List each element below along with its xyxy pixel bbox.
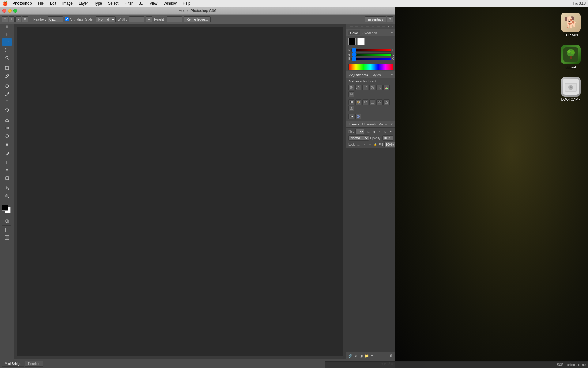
bootcamp-desktop-icon[interactable]: BOOTCAMP [560, 76, 582, 102]
link-layers-btn[interactable]: 🔗 [348, 354, 353, 358]
dodge-tool[interactable] [2, 140, 12, 148]
refine-edge-button[interactable]: Refine Edge... [184, 16, 211, 22]
menu-photoshop[interactable]: Photoshop [11, 1, 33, 6]
exposure-adj[interactable] [369, 85, 375, 90]
menu-type[interactable]: Type [93, 1, 103, 6]
tab-mini-bridge[interactable]: Mini Bridge [2, 361, 24, 367]
invert-adj[interactable] [376, 99, 383, 105]
gradient-map-adj[interactable] [348, 114, 354, 119]
crop-tool[interactable] [2, 64, 12, 72]
menu-edit[interactable]: Edit [49, 1, 58, 6]
brush-tool[interactable] [2, 90, 12, 98]
quick-mask-toggle[interactable] [2, 217, 12, 225]
eraser-tool[interactable] [2, 117, 12, 124]
menu-layer[interactable]: Layer [77, 1, 89, 6]
tab-styles[interactable]: Styles [371, 72, 382, 77]
black-white-adj[interactable] [348, 99, 354, 105]
smart-filter-btn[interactable]: ✦ [388, 129, 393, 134]
layers-panel-arrow[interactable]: ▼ [390, 123, 393, 126]
red-slider[interactable] [351, 49, 391, 52]
essentials-button[interactable]: Essentials [365, 16, 386, 22]
turban-desktop-icon[interactable]: 🐕 TURBAN [560, 11, 582, 38]
menu-image[interactable]: Image [61, 1, 74, 6]
opacity-input[interactable] [382, 135, 393, 141]
anti-alias-checkbox[interactable] [65, 17, 69, 21]
lasso-tool[interactable] [2, 46, 12, 54]
rectangular-marquee-tool[interactable]: ⬚ [2, 38, 12, 46]
canvas-area[interactable] [14, 24, 346, 359]
minimize-button[interactable] [8, 9, 12, 13]
tab-paths[interactable]: Paths [378, 122, 389, 127]
new-selection-btn[interactable]: □ [2, 16, 8, 22]
foreground-color[interactable] [348, 38, 356, 45]
tab-timeline[interactable]: Timeline [25, 361, 43, 367]
shape-filter-btn[interactable]: ◻ [383, 129, 388, 134]
hand-tool[interactable] [2, 185, 12, 192]
lock-all-btn[interactable]: 🔒 [373, 142, 378, 147]
eyedropper-tool[interactable] [2, 72, 12, 80]
subtract-selection-btn[interactable]: - [15, 16, 21, 22]
panel-icon-1[interactable]: ▪ [386, 25, 390, 29]
quick-select-tool[interactable] [2, 54, 12, 62]
tab-channels[interactable]: Channels [361, 122, 377, 127]
lock-transparent-btn[interactable]: ⬚ [356, 142, 361, 147]
pixel-filter-btn[interactable]: ⬚ [366, 129, 371, 134]
dullard-desktop-icon[interactable]: dullard [560, 44, 582, 70]
color-lookup-adj[interactable] [369, 99, 375, 105]
curves-adj[interactable] [362, 85, 368, 90]
color-panel-arrow[interactable]: ▼ [390, 31, 393, 34]
clone-stamp-tool[interactable] [2, 98, 12, 106]
brightness-contrast-adj[interactable] [348, 85, 354, 90]
width-input[interactable] [129, 16, 144, 22]
fill-input[interactable] [384, 142, 395, 147]
intersect-selection-btn[interactable]: × [22, 16, 28, 22]
layer-mask-btn[interactable]: ◑ [360, 354, 363, 358]
color-balance-adj[interactable] [348, 91, 354, 97]
close-button[interactable] [2, 9, 6, 13]
history-brush-tool[interactable] [2, 106, 12, 114]
blur-tool[interactable] [2, 132, 12, 140]
maximize-button[interactable] [13, 9, 17, 13]
menu-help[interactable]: Help [182, 1, 192, 6]
screen-mode-2[interactable] [2, 234, 12, 241]
menu-3d[interactable]: 3D [138, 1, 145, 6]
background-color[interactable] [357, 38, 365, 45]
apple-menu[interactable]: 🍎 [2, 1, 8, 6]
tab-adjustments[interactable]: Adjustments [348, 72, 369, 77]
gradient-tool[interactable] [2, 125, 12, 132]
tab-color[interactable]: Color [348, 30, 360, 35]
selective-color-adj[interactable] [355, 114, 361, 119]
menu-window[interactable]: Window [162, 1, 178, 6]
lock-pixels-btn[interactable]: ✎ [362, 142, 367, 147]
add-selection-btn[interactable]: + [9, 16, 15, 22]
menu-file[interactable]: File [37, 1, 45, 6]
adjustment-filter-btn[interactable]: ◑ [372, 129, 377, 134]
lock-position-btn[interactable]: ✛ [368, 142, 372, 147]
move-tool[interactable]: ✛ [2, 30, 12, 38]
new-layer-btn[interactable]: + [371, 354, 373, 358]
panel-icon-2[interactable]: ▪ [390, 25, 394, 29]
photo-filter-adj[interactable] [355, 99, 361, 105]
delete-layer-btn[interactable]: 🗑 [390, 354, 393, 358]
menu-select[interactable]: Select [107, 1, 119, 6]
screen-mode-toggle[interactable] [2, 226, 12, 234]
shape-tool[interactable] [2, 174, 12, 182]
healing-brush-tool[interactable] [2, 82, 12, 90]
hsl-adj[interactable] [383, 85, 390, 90]
layer-style-btn[interactable]: ⊕ [355, 354, 358, 358]
kind-filter-select[interactable]: ☰ [355, 129, 364, 134]
new-group-btn[interactable]: 📁 [364, 354, 369, 358]
blue-slider[interactable] [351, 58, 391, 60]
levels-adj[interactable] [355, 85, 361, 90]
height-input[interactable] [167, 16, 182, 22]
workspace-menu-btn[interactable]: ▼ [387, 16, 393, 22]
posterize-adj[interactable] [383, 99, 390, 105]
threshold-adj[interactable] [348, 106, 354, 111]
channel-mixer-adj[interactable] [362, 99, 368, 105]
foreground-color-swatch[interactable] [2, 205, 8, 211]
blend-mode-select[interactable]: Normal [348, 135, 369, 141]
text-tool[interactable]: T [2, 159, 12, 166]
path-selection-tool[interactable] [2, 167, 12, 174]
color-spectrum-bar[interactable] [348, 64, 393, 70]
pen-tool[interactable] [2, 151, 12, 158]
